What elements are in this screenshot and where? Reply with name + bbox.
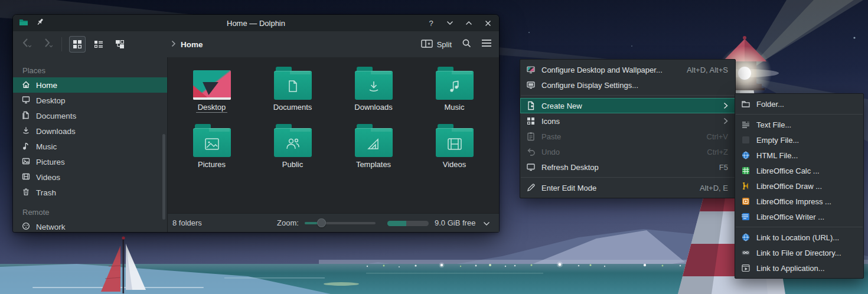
sidebar-item-videos[interactable]: Videos — [13, 169, 167, 185]
sidebar-item-music[interactable]: Music — [13, 139, 167, 154]
menu-separator — [736, 114, 863, 115]
folder-item-music[interactable]: Music — [414, 66, 495, 123]
zoom-slider[interactable] — [305, 222, 376, 224]
menu-item-label: Paste — [541, 132, 561, 141]
folder-item-desktop[interactable]: Desktop — [171, 66, 252, 123]
folder-item-videos[interactable]: Videos — [414, 123, 495, 180]
desktop-icon — [21, 95, 31, 106]
sidebar-item-home[interactable]: Home — [13, 77, 167, 93]
folder-label: Downloads — [354, 103, 392, 112]
folder-item-documents[interactable]: Documents — [252, 66, 333, 123]
create-new-submenu: Folder... Text File... Empty File... HTM… — [735, 93, 864, 279]
toolbar: Home Split — [13, 31, 499, 57]
sidebar-item-label: Pictures — [36, 158, 65, 166]
download-icon — [21, 126, 31, 137]
places-section-label: Places — [13, 63, 167, 77]
breadcrumb-chevron-icon — [171, 39, 176, 50]
search-icon[interactable] — [461, 38, 472, 51]
menu-item-label: Empty File... — [756, 136, 799, 145]
sidebar-item-pictures[interactable]: Pictures — [13, 154, 167, 169]
music-note-icon — [21, 141, 31, 152]
free-space-chevron-icon[interactable] — [483, 219, 490, 228]
free-space-text: 9.0 GiB free — [435, 218, 475, 227]
menu-separator — [521, 177, 735, 178]
sidebar-item-network[interactable]: Network — [13, 219, 167, 234]
submenu-item-link-to-application[interactable]: Link to Application... — [735, 260, 863, 276]
folder-item-pictures[interactable]: Pictures — [171, 123, 252, 180]
details-view-button[interactable] — [90, 36, 107, 53]
submenu-item-text-file[interactable]: Text File... — [735, 117, 863, 132]
folder-item-templates[interactable]: Templates — [333, 123, 414, 180]
maximize-button[interactable] — [464, 18, 474, 28]
statusbar: 8 folders Zoom: 9.0 GiB free — [168, 213, 499, 232]
submenu-item-libreoffice-impress[interactable]: LibreOffice Impress ... — [735, 194, 863, 209]
submenu-item-libreoffice-writer[interactable]: LibreOffice Writer ... — [735, 209, 863, 224]
sidebar-item-documents[interactable]: Documents — [13, 108, 167, 123]
sidebar-item-downloads[interactable]: Downloads — [13, 123, 167, 139]
refresh-desktop-icon — [526, 162, 536, 172]
menu-item-create-new[interactable]: Create New — [520, 98, 735, 113]
menu-item-enter-edit-mode[interactable]: Enter Edit Mode Alt+D, E — [520, 180, 735, 195]
toolbar-separator — [61, 37, 62, 51]
submenu-item-libreoffice-draw[interactable]: LibreOffice Draw ... — [735, 178, 863, 194]
folder-item-public[interactable]: Public — [252, 123, 333, 180]
breadcrumb[interactable]: Home — [171, 39, 203, 50]
menu-item-configure-display-settings[interactable]: Configure Display Settings... — [520, 77, 735, 93]
menu-item-label: Text File... — [756, 120, 791, 129]
split-button[interactable]: Split — [421, 39, 452, 50]
menu-item-shortcut: Alt+D, Alt+S — [687, 66, 728, 74]
sidebar-item-label: Desktop — [36, 96, 66, 105]
submenu-item-link-to-file-or-directory[interactable]: Link to File or Directory... — [735, 245, 863, 260]
menu-item-paste: Paste Ctrl+V — [520, 129, 735, 144]
submenu-item-libreoffice-calc[interactable]: LibreOffice Calc ... — [735, 163, 863, 178]
submenu-item-folder[interactable]: Folder... — [735, 96, 863, 112]
folder-new-icon — [741, 99, 750, 109]
menu-item-shortcut: Ctrl+Z — [707, 148, 728, 156]
menu-item-label: Create New — [541, 102, 582, 110]
menu-item-icons[interactable]: Icons — [520, 113, 735, 129]
public-folder-icon — [274, 124, 312, 157]
zoom-slider-handle[interactable] — [317, 218, 326, 227]
picture-icon — [21, 156, 31, 168]
icons-grid-icon — [526, 116, 536, 126]
folder-view[interactable]: Desktop Documents Downloads — [168, 57, 499, 232]
breadcrumb-home[interactable]: Home — [181, 40, 203, 49]
menu-item-shortcut: Ctrl+V — [707, 132, 728, 141]
sidebar-item-desktop[interactable]: Desktop — [13, 93, 167, 108]
hamburger-menu-icon[interactable] — [481, 39, 492, 50]
configure-display-icon — [526, 80, 536, 90]
help-button[interactable]: ? — [426, 18, 436, 28]
tree-view-button[interactable] — [112, 36, 128, 53]
menu-separator — [521, 95, 735, 96]
titlebar[interactable]: Home — Dolphin ? — [13, 15, 499, 31]
icons-view-button[interactable] — [69, 36, 86, 53]
pictures-folder-icon — [193, 124, 231, 157]
folder-label: Public — [282, 161, 303, 169]
capacity-bar-fill — [387, 221, 406, 226]
folder-label: Videos — [443, 161, 466, 169]
submenu-item-empty-file[interactable]: Empty File... — [735, 132, 863, 148]
folder-label: Music — [445, 103, 465, 112]
menu-item-shortcut: Alt+D, E — [700, 184, 728, 192]
sidebar-item-trash[interactable]: Network Trash — [13, 185, 167, 200]
menu-item-label: Configure Desktop and Wallpaper... — [541, 66, 663, 74]
sidebar-item-label: Network — [36, 223, 66, 231]
menu-item-refresh-desktop[interactable]: Refresh Desktop F5 — [520, 159, 735, 175]
submenu-item-html-file[interactable]: HTML File... — [735, 148, 863, 163]
libreoffice-writer-icon — [741, 212, 750, 221]
menu-item-label: LibreOffice Draw ... — [756, 182, 822, 191]
menu-item-label: LibreOffice Writer ... — [756, 213, 824, 221]
menu-item-configure-desktop-wallpaper[interactable]: Configure Desktop and Wallpaper... Alt+D… — [520, 62, 735, 77]
sidebar-scrollbar[interactable] — [162, 134, 165, 220]
submenu-arrow-icon — [723, 117, 728, 125]
pin-icon[interactable] — [35, 17, 45, 29]
menu-separator — [736, 227, 863, 227]
submenu-item-link-to-location[interactable]: Link to Location (URL)... — [735, 230, 863, 245]
close-button[interactable] — [482, 18, 493, 28]
minimize-button[interactable] — [445, 18, 455, 28]
desktop[interactable]: Home — Dolphin ? — [0, 0, 868, 294]
edit-mode-pencil-icon — [526, 183, 536, 192]
menu-item-label: Link to Application... — [756, 264, 825, 273]
menu-item-label: Enter Edit Mode — [541, 184, 596, 192]
folder-item-downloads[interactable]: Downloads — [333, 66, 414, 123]
